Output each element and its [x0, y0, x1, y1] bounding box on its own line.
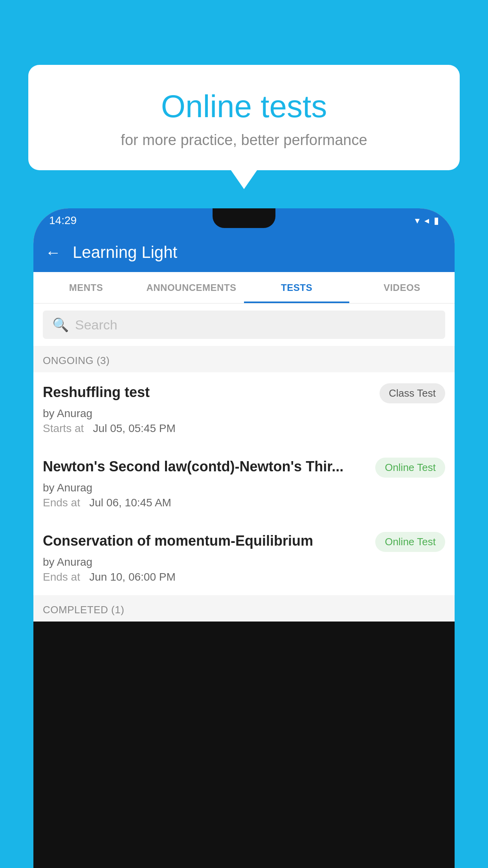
search-bar: 🔍 Search — [33, 303, 455, 346]
tab-ments[interactable]: MENTS — [33, 272, 139, 303]
test-date-value: Jul 05, 05:45 PM — [93, 422, 176, 434]
completed-section-header: COMPLETED (1) — [33, 595, 455, 622]
signal-icon: ◂ — [424, 215, 429, 226]
test-card-top: Newton's Second law(contd)-Newton's Thir… — [43, 458, 445, 478]
test-title: Reshuffling test — [43, 383, 380, 402]
phone-screen: 14:29 ▾ ◂ ▮ ← Learning Light MENTS ANNOU… — [33, 208, 455, 622]
test-date-label: Starts at — [43, 422, 84, 434]
test-badge: Class Test — [380, 383, 445, 403]
battery-icon: ▮ — [434, 215, 439, 226]
status-bar: 14:29 ▾ ◂ ▮ — [33, 208, 455, 233]
search-icon: 🔍 — [52, 317, 69, 333]
bubble-subtitle: for more practice, better performance — [48, 132, 440, 149]
test-by: by Anurag — [43, 407, 445, 420]
tab-tests[interactable]: TESTS — [244, 272, 349, 303]
wifi-icon: ▾ — [415, 215, 420, 226]
ongoing-section-header: ONGOING (3) — [33, 346, 455, 372]
status-icons: ▾ ◂ ▮ — [415, 215, 439, 226]
test-date-value: Jun 10, 06:00 PM — [89, 571, 175, 583]
test-badge: Online Test — [375, 458, 445, 478]
test-date: Ends at Jul 06, 10:45 AM — [43, 497, 445, 509]
speech-bubble: Online tests for more practice, better p… — [28, 65, 460, 170]
test-date: Starts at Jul 05, 05:45 PM — [43, 422, 445, 435]
test-card[interactable]: Conservation of momentum-Equilibrium Onl… — [33, 521, 455, 594]
status-time: 14:29 — [49, 214, 77, 227]
test-card-top: Reshuffling test Class Test — [43, 383, 445, 403]
test-card[interactable]: Newton's Second law(contd)-Newton's Thir… — [33, 447, 455, 520]
test-date: Ends at Jun 10, 06:00 PM — [43, 571, 445, 583]
app-title: Learning Light — [73, 243, 177, 262]
app-header: ← Learning Light — [33, 233, 455, 272]
search-input[interactable]: 🔍 Search — [43, 311, 445, 339]
bubble-title: Online tests — [48, 88, 440, 125]
test-by: by Anurag — [43, 556, 445, 568]
phone-frame: 14:29 ▾ ◂ ▮ ← Learning Light MENTS ANNOU… — [33, 208, 455, 868]
back-button[interactable]: ← — [45, 245, 61, 260]
test-card[interactable]: Reshuffling test Class Test by Anurag St… — [33, 372, 455, 446]
test-date-label: Ends at — [43, 571, 80, 583]
test-title: Conservation of momentum-Equilibrium — [43, 532, 375, 550]
test-by: by Anurag — [43, 482, 445, 494]
tabs: MENTS ANNOUNCEMENTS TESTS VIDEOS — [33, 272, 455, 303]
test-date-value: Jul 06, 10:45 AM — [89, 497, 171, 509]
test-badge: Online Test — [375, 532, 445, 552]
test-card-top: Conservation of momentum-Equilibrium Onl… — [43, 532, 445, 552]
test-date-label: Ends at — [43, 497, 80, 509]
tab-videos[interactable]: VIDEOS — [349, 272, 455, 303]
test-title: Newton's Second law(contd)-Newton's Thir… — [43, 458, 375, 476]
tab-announcements[interactable]: ANNOUNCEMENTS — [139, 272, 244, 303]
notch — [213, 208, 275, 228]
search-placeholder: Search — [75, 317, 117, 333]
